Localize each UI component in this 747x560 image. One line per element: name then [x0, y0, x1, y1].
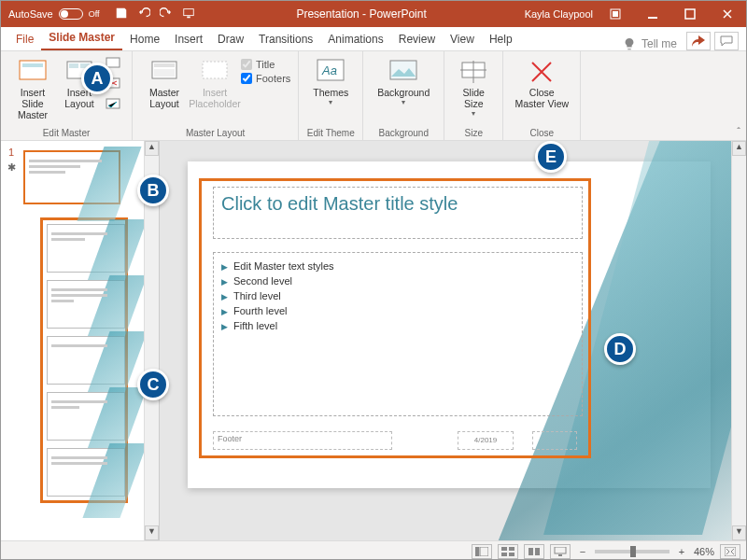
group-label: Master Layout: [140, 128, 290, 138]
reading-view-icon[interactable]: [524, 544, 544, 559]
svg-rect-17: [203, 62, 227, 78]
undo-icon[interactable]: [137, 7, 150, 21]
redo-icon[interactable]: [160, 7, 173, 21]
scroll-down-icon[interactable]: ▼: [732, 525, 746, 540]
layout-thumbnail[interactable]: [47, 224, 125, 273]
share-button[interactable]: [686, 32, 711, 50]
scroll-up-icon[interactable]: ▲: [145, 141, 159, 156]
zoom-percent[interactable]: 46%: [694, 546, 714, 557]
themes-icon: Aa: [316, 57, 345, 87]
background-icon: [388, 57, 418, 87]
tab-draw[interactable]: Draw: [210, 28, 251, 50]
master-thumbnail[interactable]: [23, 150, 120, 204]
tab-slide-master[interactable]: Slide Master: [41, 26, 122, 50]
tab-insert[interactable]: Insert: [167, 28, 210, 50]
slide-size-icon: [458, 57, 488, 87]
chevron-down-icon: ▾: [472, 109, 475, 118]
close-icon[interactable]: [709, 1, 746, 27]
svg-rect-3: [613, 11, 618, 17]
date-placeholder[interactable]: 4/2019: [458, 431, 514, 450]
slide-size-button[interactable]: Slide Size ▾: [452, 55, 495, 118]
quick-access-toolbar: [107, 7, 203, 21]
ribbon: Insert Slide Master Insert Layout Edit M…: [1, 51, 746, 141]
ribbon-options-icon[interactable]: [597, 1, 634, 27]
preserve-icon[interactable]: [106, 98, 122, 117]
ribbon-tabs: File Slide Master Home Insert Draw Trans…: [1, 27, 746, 51]
svg-rect-1: [187, 17, 190, 19]
tab-home[interactable]: Home: [122, 28, 167, 50]
zoom-slider[interactable]: [595, 550, 669, 553]
tab-transitions[interactable]: Transitions: [251, 28, 320, 50]
close-master-view-button[interactable]: Close Master View: [511, 55, 572, 109]
tab-review[interactable]: Review: [391, 28, 443, 50]
slide-master-canvas[interactable]: Click to edit Master title style Edit Ma…: [188, 161, 711, 488]
tab-view[interactable]: View: [443, 28, 482, 50]
footer-placeholder[interactable]: Footer: [213, 431, 392, 450]
comments-button[interactable]: [714, 32, 739, 50]
start-slideshow-icon[interactable]: [182, 7, 195, 21]
slide-canvas-area: Click to edit Master title style Edit Ma…: [160, 141, 746, 540]
title-bar: AutoSave Off Presentation - PowerPoint K…: [1, 1, 746, 27]
svg-text:Aa: Aa: [321, 63, 337, 77]
user-name[interactable]: Kayla Claypool: [521, 8, 597, 20]
zoom-in-button[interactable]: +: [675, 546, 688, 557]
svg-rect-9: [69, 63, 78, 68]
autosave-toggle[interactable]: AutoSave Off: [1, 8, 107, 20]
save-icon[interactable]: [115, 7, 128, 21]
svg-rect-23: [480, 547, 488, 556]
window-title: Presentation - PowerPoint: [203, 7, 521, 21]
title-checkbox[interactable]: Title: [241, 59, 290, 70]
slide-master-icon: [18, 57, 48, 87]
themes-button[interactable]: Aa Themes ▾: [306, 55, 355, 106]
canvas-scrollbar[interactable]: ▲ ▼: [731, 141, 746, 540]
chevron-down-icon: ▾: [402, 98, 405, 106]
svg-rect-16: [154, 69, 175, 77]
chevron-down-icon: ▾: [329, 98, 332, 106]
scroll-down-icon[interactable]: ▼: [145, 525, 159, 540]
scroll-up-icon[interactable]: ▲: [732, 141, 746, 156]
slide-number-placeholder[interactable]: [532, 431, 577, 450]
svg-rect-30: [725, 547, 736, 556]
title-placeholder[interactable]: Click to edit Master title style: [213, 187, 583, 239]
slide-sorter-view-icon[interactable]: [498, 544, 518, 559]
thumbnails-panel: 1 ✱ ▲ ▼: [1, 141, 160, 540]
autosave-state: Off: [89, 9, 100, 19]
layout-thumbnail[interactable]: [47, 392, 125, 441]
fit-to-window-icon[interactable]: [720, 544, 740, 559]
minimize-icon[interactable]: [634, 1, 671, 27]
tab-animations[interactable]: Animations: [320, 28, 390, 50]
collapse-ribbon-icon[interactable]: ˆ: [737, 126, 740, 137]
svg-rect-24: [501, 547, 507, 551]
group-size: Slide Size ▾ Size: [444, 51, 503, 140]
slideshow-view-icon[interactable]: [550, 544, 571, 559]
tell-me-label: Tell me: [641, 37, 677, 50]
master-layout-button[interactable]: Master Layout: [140, 55, 189, 109]
tab-file[interactable]: File: [8, 28, 41, 50]
animation-indicator-icon: ✱: [7, 161, 16, 174]
group-label: Size: [452, 128, 495, 138]
normal-view-icon[interactable]: [472, 544, 492, 559]
group-label: Edit Theme: [306, 128, 355, 138]
zoom-out-button[interactable]: −: [576, 546, 589, 557]
workspace: 1 ✱ ▲ ▼: [1, 141, 746, 540]
svg-rect-26: [501, 553, 507, 556]
layout-thumbnail[interactable]: [47, 336, 125, 385]
maximize-icon[interactable]: [671, 1, 709, 27]
layout-thumbnail[interactable]: [47, 448, 125, 497]
tab-help[interactable]: Help: [482, 28, 520, 50]
layout-thumbnail[interactable]: [47, 280, 125, 329]
svg-rect-15: [154, 63, 175, 67]
svg-rect-11: [106, 58, 120, 67]
layout-thumbnails-group: [40, 217, 128, 503]
group-edit-master: Insert Slide Master Insert Layout Edit M…: [1, 51, 133, 140]
svg-rect-4: [648, 17, 657, 19]
tell-me-search[interactable]: Tell me: [613, 37, 686, 50]
placeholder-icon: [200, 57, 230, 87]
svg-rect-22: [475, 547, 479, 556]
footers-checkbox[interactable]: Footers: [241, 73, 290, 84]
insert-placeholder-button: Insert Placeholder: [190, 55, 239, 109]
background-button[interactable]: Background ▾: [371, 55, 436, 106]
insert-slide-master-button[interactable]: Insert Slide Master: [8, 55, 57, 120]
body-placeholder[interactable]: Edit Master text styles Second level Thi…: [213, 252, 583, 416]
callout-badge-d: D: [604, 333, 636, 365]
